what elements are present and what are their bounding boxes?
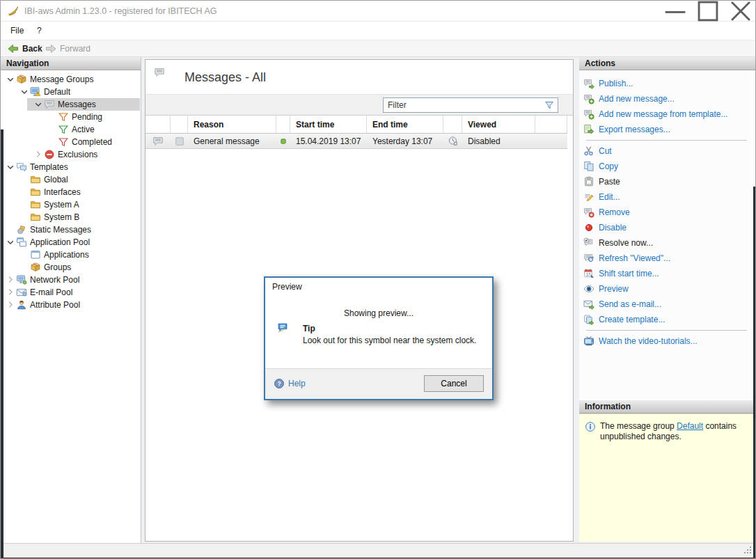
chevron-down-icon[interactable] bbox=[5, 162, 16, 173]
action-item-add-new-message[interactable]: Add new message... bbox=[579, 91, 756, 107]
filter-funnel-icon[interactable] bbox=[544, 100, 555, 111]
filter-box bbox=[383, 97, 558, 113]
tree-item-label: Static Messages bbox=[30, 225, 91, 235]
win-minimize-icon[interactable] bbox=[659, 1, 691, 22]
tree-item-e-mail-pool[interactable]: E-mail Pool bbox=[1, 286, 140, 299]
message-bubble-icon bbox=[44, 99, 55, 110]
action-item-send-as-e-mail[interactable]: Send as e-mail... bbox=[579, 297, 756, 312]
chevron-down-icon[interactable] bbox=[5, 74, 16, 85]
navigation-header: Navigation bbox=[1, 57, 141, 70]
column-header-reason[interactable]: Reason bbox=[188, 116, 276, 133]
chevron-right-icon[interactable] bbox=[5, 299, 16, 310]
bubble-refresh-icon bbox=[583, 253, 594, 264]
tree-item-pending[interactable]: Pending bbox=[1, 111, 140, 123]
template-create-icon bbox=[583, 314, 594, 325]
tree-item-applications[interactable]: Applications bbox=[1, 249, 140, 261]
calendar-shift-icon: 17 bbox=[583, 268, 594, 279]
filter-input[interactable] bbox=[384, 100, 544, 110]
pencil-edit-icon bbox=[583, 191, 594, 203]
scissors-icon bbox=[583, 145, 594, 157]
template-bubbles-icon bbox=[16, 162, 27, 173]
tree-item-attribute-pool[interactable]: Attribute Pool bbox=[1, 299, 140, 311]
folder-icon bbox=[30, 187, 41, 198]
gear-package-icon bbox=[16, 224, 27, 235]
action-item-edit[interactable]: Edit... bbox=[579, 189, 756, 205]
tree-item-label: Completed bbox=[72, 137, 112, 147]
action-item-add-new-message-from-template[interactable]: Add new message from template... bbox=[579, 107, 756, 122]
resize-grip-icon[interactable] bbox=[742, 544, 753, 556]
action-item-shift-start-time[interactable]: 17 Shift start time... bbox=[579, 266, 756, 281]
action-separator bbox=[579, 327, 756, 333]
tree-item-message-groups[interactable]: Message Groups bbox=[1, 73, 140, 86]
table-header-row: Reason Start time End time Viewed bbox=[145, 116, 567, 134]
green-dot-icon bbox=[278, 136, 289, 147]
column-note-icon-spacer[interactable] bbox=[171, 116, 188, 133]
chevron-down-icon[interactable] bbox=[19, 86, 30, 97]
action-item-resolve-now[interactable]: Resolve now... bbox=[579, 235, 756, 251]
chevron-right-icon[interactable] bbox=[5, 274, 16, 285]
chevron-right-icon[interactable] bbox=[33, 149, 44, 160]
action-item-preview[interactable]: Preview bbox=[579, 281, 756, 297]
column-status-spacer[interactable] bbox=[276, 116, 290, 133]
column-header-start-time[interactable]: Start time bbox=[290, 116, 367, 133]
tree-item-label: Active bbox=[72, 125, 95, 134]
tree-item-network-pool[interactable]: Network Pool bbox=[1, 274, 140, 286]
help-button[interactable]: ? Help bbox=[274, 378, 306, 389]
forward-button[interactable]: Forward bbox=[42, 40, 93, 56]
win-maximize-icon[interactable] bbox=[692, 1, 724, 22]
column-header-end-time[interactable]: End time bbox=[367, 116, 443, 133]
right-dock-edge bbox=[753, 187, 756, 559]
tip-text: Look out for this symbol near the system… bbox=[303, 336, 476, 345]
action-item-cut[interactable]: Cut bbox=[579, 143, 756, 159]
tree-expander bbox=[19, 199, 30, 210]
action-item-refresh-viewed[interactable]: Refresh "Viewed"... bbox=[579, 251, 756, 266]
menu-file[interactable]: File bbox=[5, 22, 29, 40]
tree-item-exclusions[interactable]: Exclusions bbox=[1, 148, 140, 161]
tree-item-completed[interactable]: Completed bbox=[1, 136, 140, 148]
menu-help[interactable]: ? bbox=[31, 22, 47, 40]
tree-item-active[interactable]: Active bbox=[1, 123, 140, 136]
tree-item-application-pool[interactable]: Application Pool bbox=[1, 236, 140, 249]
menu-bar: File ? bbox=[1, 22, 755, 40]
action-item-create-template[interactable]: Create template... bbox=[579, 312, 756, 327]
chevron-down-icon[interactable] bbox=[33, 99, 44, 110]
action-item-copy[interactable]: Copy bbox=[579, 159, 756, 174]
chevron-down-icon[interactable] bbox=[5, 237, 16, 248]
tree-item-global[interactable]: Global bbox=[1, 173, 140, 186]
column-message-icon-spacer[interactable] bbox=[145, 116, 171, 133]
page-title: Messages - All bbox=[184, 70, 266, 85]
tree-item-label: Default bbox=[44, 87, 70, 97]
win-close-icon[interactable] bbox=[725, 1, 756, 22]
bubble-publish-icon bbox=[583, 78, 594, 89]
back-button[interactable]: Back bbox=[5, 40, 45, 56]
action-item-remove[interactable]: Remove bbox=[579, 205, 756, 220]
tree-item-groups[interactable]: Groups bbox=[1, 261, 140, 274]
tree-item-system-b[interactable]: System B bbox=[1, 211, 140, 223]
tree-item-messages[interactable]: Messages bbox=[1, 98, 140, 111]
tree-item-default[interactable]: Default bbox=[1, 86, 140, 98]
tree-item-interfaces[interactable]: Interfaces bbox=[1, 186, 140, 198]
action-item-disable[interactable]: Disable bbox=[579, 220, 756, 235]
action-label: Edit... bbox=[599, 192, 620, 202]
tree-expander bbox=[19, 174, 30, 185]
app-window: IBI-aws Admin 1.23.0 - registered for IB… bbox=[0, 0, 756, 559]
default-group-link[interactable]: Default bbox=[677, 421, 703, 431]
tree-item-static-messages[interactable]: Static Messages bbox=[1, 223, 140, 236]
column-viewed-icon-spacer[interactable] bbox=[443, 116, 462, 133]
eye-preview-icon bbox=[583, 283, 594, 294]
table-row-general-message[interactable]: General message 15.04.2019 13:07 Yesterd… bbox=[145, 134, 567, 149]
column-header-viewed[interactable]: Viewed bbox=[462, 116, 535, 133]
action-label: Export messages... bbox=[599, 125, 670, 134]
message-table: Reason Start time End time Viewed Genera… bbox=[145, 116, 567, 149]
action-label: Resolve now... bbox=[599, 238, 653, 248]
tree-item-system-a[interactable]: System A bbox=[1, 198, 140, 211]
funnel-red-icon bbox=[58, 136, 69, 148]
action-item-export-messages[interactable]: Export messages... bbox=[579, 122, 756, 137]
action-item-publish[interactable]: Publish... bbox=[579, 76, 756, 91]
actions-list: Publish... Add new message... Add new me… bbox=[579, 76, 756, 349]
tree-item-templates[interactable]: Templates bbox=[1, 161, 140, 173]
action-item-paste[interactable]: Paste bbox=[579, 174, 756, 189]
cancel-button[interactable]: Cancel bbox=[424, 375, 484, 392]
action-item-watch-the-video-tutorials[interactable]: Watch the video-tutorials... bbox=[579, 333, 756, 349]
chevron-right-icon[interactable] bbox=[5, 287, 16, 298]
